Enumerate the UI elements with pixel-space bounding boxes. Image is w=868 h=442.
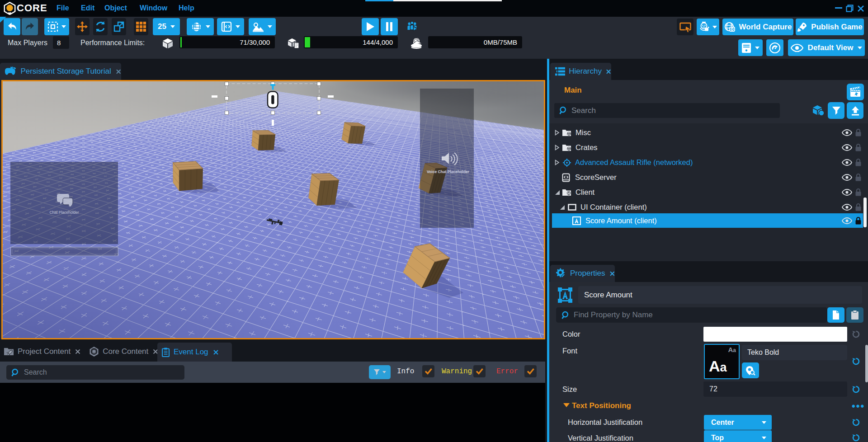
svg-text:Chat Placeholder: Chat Placeholder	[49, 210, 79, 215]
svg-text:Voice Chat Placeholder: Voice Chat Placeholder	[427, 169, 470, 174]
